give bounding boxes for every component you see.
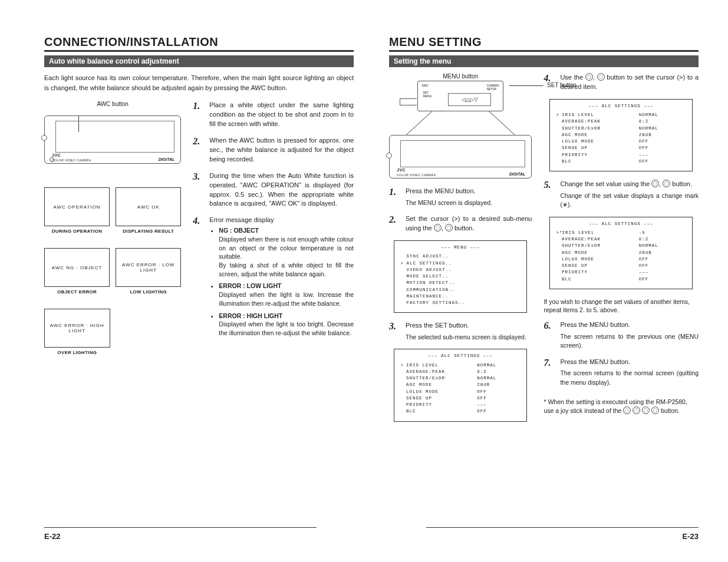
- dpad-icon: [633, 406, 640, 414]
- r-step-5: Change the set value using the , button.…: [560, 180, 699, 209]
- caption-lowlight: LOW LIGHTING: [116, 289, 181, 295]
- camera-diagram-right: JVC COLOR VIDEO CAMERA DIGITAL: [389, 135, 532, 178]
- subheading-right: Setting the menu: [389, 55, 699, 67]
- step-num-2: 2.: [193, 136, 203, 164]
- bullet-highlight: ERROR : HIGH LIGHT Displayed when the li…: [219, 312, 354, 338]
- caption-ok: DISPLAYING RESULT: [116, 229, 181, 234]
- page-right: MENU SETTING Setting the menu MENU butto…: [389, 35, 699, 538]
- display-ng: AWC NG : OBJECT: [44, 248, 110, 287]
- rm-note: * When the setting is executed using the…: [543, 398, 699, 415]
- r-step-7: Press the MENU button. The screen return…: [560, 358, 699, 387]
- alc-screen-2: ––– ALC SETTINGS ––– > IRIS LEVELNORMAL …: [549, 99, 693, 171]
- step-num-3: 3.: [193, 171, 203, 209]
- steps-column-left: 1. Place a white object under the same l…: [193, 101, 354, 355]
- caption-highlight: OVER LIGHTING: [44, 350, 110, 355]
- subheading-left: Auto white balance control adjustment: [44, 55, 354, 67]
- alc-screen-1: ––– ALC SETTINGS ––– > IRIS LEVELNORMAL …: [394, 349, 527, 421]
- camera-diagram: JVC COLOR VIDEO CAMERA DIGITAL: [44, 115, 181, 164]
- step-num-1: 1.: [193, 101, 203, 129]
- dpad-icon: [651, 406, 659, 414]
- down-icon: [445, 224, 453, 232]
- alc-screen-3: ––– ALC SETTINGS ––– >*IRIS LEVEL-5 AVER…: [549, 217, 693, 289]
- right-diagram-column: MENU button AWCCAMERASETUP SETMENU ◁△▷▽ …: [389, 73, 532, 430]
- heading-left: CONNECTION/INSTALLATION: [44, 35, 354, 52]
- r-step-6: Press the MENU button. The screen return…: [560, 320, 699, 350]
- up-icon: [434, 224, 442, 232]
- svg-line-1: [489, 111, 515, 135]
- bullet-ng: NG : OBJECT Displayed when there is not …: [219, 226, 354, 278]
- r-step-1: Press the MENU button. The MENU screen i…: [406, 187, 532, 207]
- step-4: Error message display NG : OBJECT Displa…: [209, 216, 354, 340]
- display-lowlight: AWC ERROR : LOW LIGHT: [116, 248, 181, 287]
- r-step-4: Use the , button to set the cursor (>) t…: [560, 73, 699, 92]
- down-icon: [597, 73, 605, 81]
- display-operation: AWC OPERATION: [44, 187, 110, 226]
- step-1: Place a white object under the same ligh…: [209, 101, 354, 129]
- right-icon: [663, 180, 670, 187]
- display-highlight: AWC ERROR : HIGH LIGHT: [44, 309, 110, 348]
- dpad-icon: [642, 406, 650, 414]
- left-icon: [651, 180, 659, 187]
- display-ok: AWC OK: [116, 187, 181, 226]
- dpad-icon: ◁△▷▽: [462, 97, 478, 103]
- right-steps-column: 4. Use the , button to set the cursor (>…: [543, 73, 699, 430]
- step-3: During the time when the Auto White func…: [209, 171, 354, 209]
- step-num-4: 4.: [193, 216, 203, 340]
- page-number-left: E-22: [44, 532, 60, 541]
- up-icon: [585, 73, 593, 81]
- awc-button-label: AWC button: [44, 101, 181, 107]
- diagram-column: AWC button JVC COLOR VIDEO CAMERA DIGITA…: [44, 101, 181, 355]
- svg-line-0: [406, 111, 432, 135]
- set-button-label: SET button: [547, 82, 577, 88]
- footer-rule-right: [426, 527, 699, 528]
- menu-button-label: MENU button: [389, 73, 532, 80]
- r-step-3: Press the SET button. The selected sub-m…: [406, 321, 532, 342]
- brand-sub: COLOR VIDEO CAMERA: [52, 158, 91, 162]
- repeat-note: If you wish to change the set values of …: [543, 297, 699, 315]
- dpad-icon: [623, 406, 631, 414]
- connector-lines: [389, 111, 532, 135]
- brand-logo: JVC: [52, 153, 61, 157]
- caption-operation: DURING OPERATION: [44, 229, 110, 234]
- menu-main-screen: ––– MENU ––– SYNC ADJUST..>ALC SETTINGS.…: [394, 240, 527, 313]
- r-step-2: Set the cursor (>) to a desired sub-menu…: [406, 214, 532, 233]
- heading-right: MENU SETTING: [389, 35, 699, 52]
- caption-ng: OBJECT ERROR: [44, 289, 110, 295]
- digital-label: DIGITAL: [159, 157, 174, 161]
- step-2: When the AWC button is pressed for appro…: [209, 136, 354, 164]
- step-4-head: Error message display: [209, 216, 274, 223]
- page-left: CONNECTION/INSTALLATION Auto white balan…: [44, 35, 354, 538]
- page-number-right: E-23: [683, 532, 699, 541]
- bullet-lowlight: ERROR : LOW LIGHT Displayed when the lig…: [219, 282, 354, 308]
- intro-text: Each light source has its own colour tem…: [44, 73, 354, 92]
- footer-rule-left: [44, 527, 317, 528]
